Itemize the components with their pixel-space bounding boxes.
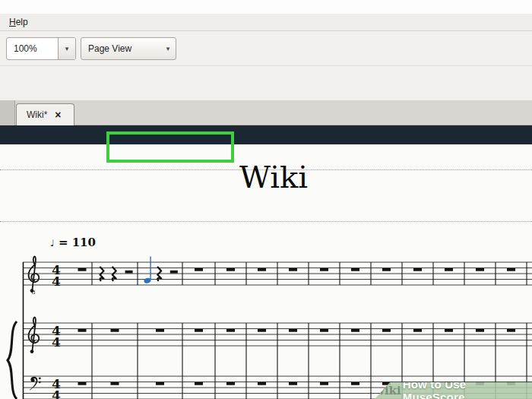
whole-rest[interactable] <box>413 329 422 332</box>
whole-rest[interactable] <box>289 268 297 271</box>
tab-label: Wiki* <box>17 109 47 120</box>
whole-rest[interactable] <box>382 329 391 332</box>
frame-margin-line <box>0 221 532 222</box>
title-bar <box>0 0 532 14</box>
zoom-dropdown-arrow[interactable]: ▾ <box>58 38 75 59</box>
whole-rest[interactable] <box>445 329 453 332</box>
octave-8-mark: 8 <box>31 289 35 296</box>
whole-rest[interactable] <box>111 329 119 332</box>
whole-rest[interactable] <box>476 268 484 271</box>
whole-rest[interactable] <box>226 329 235 332</box>
time-sig-denominator[interactable]: 4 <box>52 334 61 350</box>
tab-wiki[interactable]: Wiki* × <box>16 103 74 125</box>
whole-rest[interactable] <box>195 268 203 271</box>
whole-rest[interactable] <box>476 329 484 332</box>
musescore-window: Help 100% ▾ Page View ▾ <box>0 0 532 399</box>
half-rest[interactable] <box>125 271 133 274</box>
whole-rest[interactable] <box>258 329 266 332</box>
grand-staff-brace <box>8 321 17 399</box>
whole-rest[interactable] <box>111 382 119 385</box>
score-tab-bar: Wiki* × <box>0 100 532 125</box>
whole-rest[interactable] <box>195 382 203 385</box>
time-sig-denominator[interactable]: 4 <box>52 274 61 289</box>
half-rest[interactable] <box>170 271 178 274</box>
menu-bar: Help <box>0 14 532 31</box>
view-mode-dropdown-arrow: ▾ <box>160 45 176 52</box>
whole-rest[interactable] <box>507 329 515 332</box>
whole-rest[interactable] <box>289 329 297 332</box>
wikihow-watermark: wiki How to Use MuseScore <box>375 382 532 399</box>
whole-rest[interactable] <box>226 268 235 271</box>
score-view-background <box>0 125 532 144</box>
menu-help[interactable]: Help <box>6 16 31 28</box>
treble-clef[interactable] <box>29 256 40 293</box>
whole-rest[interactable] <box>320 329 328 332</box>
score-title[interactable]: Wiki <box>15 160 532 195</box>
whole-rest[interactable] <box>320 268 328 271</box>
view-mode-combobox[interactable]: Page View ▾ <box>81 37 176 60</box>
whole-rest[interactable] <box>156 329 164 332</box>
main-toolbar: 100% ▾ Page View ▾ <box>0 31 532 65</box>
whole-rest[interactable] <box>195 329 203 332</box>
whole-rest[interactable] <box>382 268 391 271</box>
whole-rest[interactable] <box>258 268 266 271</box>
whole-rest[interactable] <box>78 268 87 271</box>
zoom-value: 100% <box>7 43 58 54</box>
whole-rest[interactable] <box>258 382 266 385</box>
tempo-marking[interactable]: ♩ = 110 <box>50 236 96 249</box>
whole-rest[interactable] <box>351 268 359 271</box>
view-mode-value: Page View <box>81 43 160 54</box>
zoom-combobox[interactable]: 100% ▾ <box>6 37 76 60</box>
whole-rest[interactable] <box>78 329 87 332</box>
whole-rest[interactable] <box>320 382 328 385</box>
whole-rest[interactable] <box>445 268 453 271</box>
whole-rest[interactable] <box>351 329 359 332</box>
whole-rest[interactable] <box>507 268 515 271</box>
whole-rest[interactable] <box>78 382 87 385</box>
whole-rest[interactable] <box>226 382 235 385</box>
tab-strip-corner <box>0 100 15 125</box>
whole-rest[interactable] <box>289 382 297 385</box>
whole-rest[interactable] <box>156 382 164 385</box>
treble-clef[interactable] <box>29 317 40 353</box>
bass-clef[interactable] <box>30 377 41 391</box>
score-canvas[interactable]: 8 4 4 4 4 4 4 <box>0 255 532 399</box>
whole-rest[interactable] <box>351 382 359 385</box>
tab-close-icon[interactable]: × <box>55 109 61 120</box>
whole-rest[interactable] <box>413 268 422 271</box>
note-input-toolbar: ♯ ♮ ♭ 1 2 3 4 <box>0 65 532 101</box>
score-page[interactable]: Wiki ♩ = 110 8 4 4 <box>0 144 532 399</box>
